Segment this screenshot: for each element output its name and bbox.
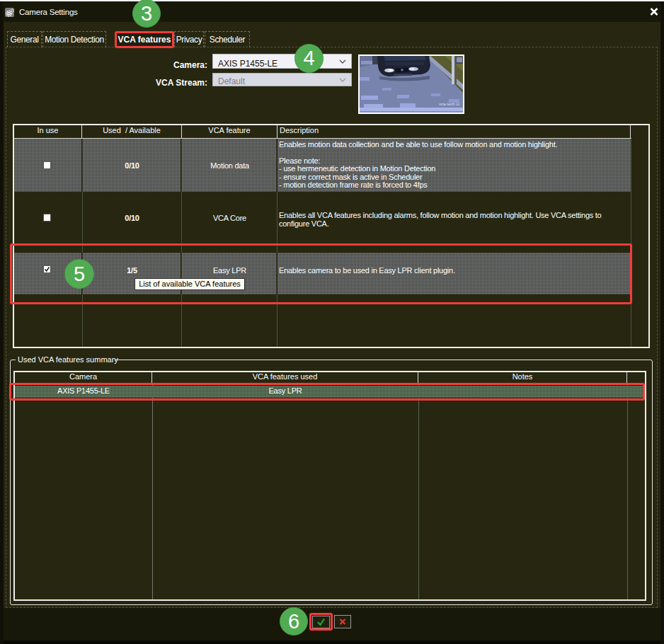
svg-text:vca-tech ⊡: vca-tech ⊡	[439, 102, 459, 106]
